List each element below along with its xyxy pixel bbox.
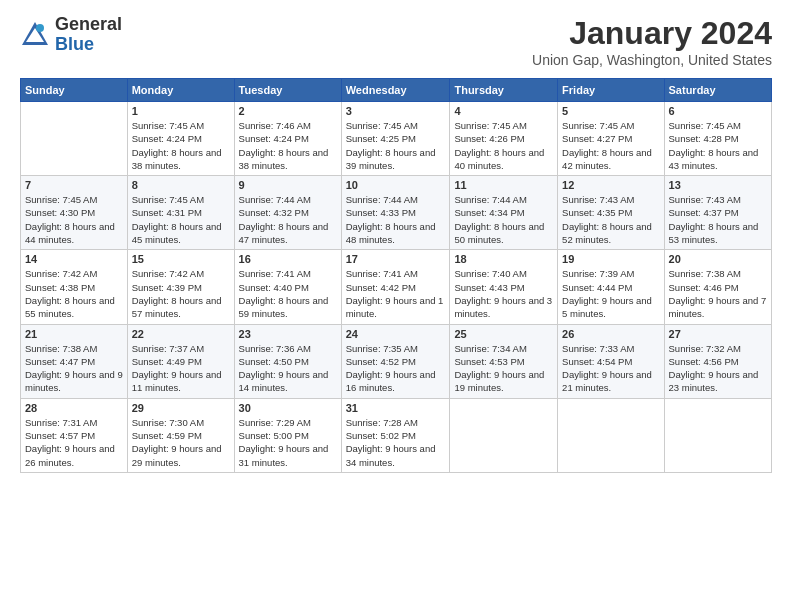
calendar-cell: 19Sunrise: 7:39 AMSunset: 4:44 PMDayligh… (558, 250, 664, 324)
logo-general: General (55, 15, 122, 35)
calendar-cell: 16Sunrise: 7:41 AMSunset: 4:40 PMDayligh… (234, 250, 341, 324)
logo-icon (20, 20, 50, 50)
day-number: 7 (25, 179, 123, 191)
calendar-cell: 12Sunrise: 7:43 AMSunset: 4:35 PMDayligh… (558, 176, 664, 250)
calendar-cell: 23Sunrise: 7:36 AMSunset: 4:50 PMDayligh… (234, 324, 341, 398)
calendar-cell: 5Sunrise: 7:45 AMSunset: 4:27 PMDaylight… (558, 102, 664, 176)
calendar-cell: 18Sunrise: 7:40 AMSunset: 4:43 PMDayligh… (450, 250, 558, 324)
calendar-cell: 20Sunrise: 7:38 AMSunset: 4:46 PMDayligh… (664, 250, 771, 324)
day-number: 27 (669, 328, 767, 340)
day-info: Sunrise: 7:38 AMSunset: 4:46 PMDaylight:… (669, 267, 767, 320)
calendar-week-4: 28Sunrise: 7:31 AMSunset: 4:57 PMDayligh… (21, 398, 772, 472)
calendar-cell (664, 398, 771, 472)
day-number: 1 (132, 105, 230, 117)
page: General Blue January 2024 Union Gap, Was… (0, 0, 792, 612)
day-info: Sunrise: 7:41 AMSunset: 4:42 PMDaylight:… (346, 267, 446, 320)
col-tuesday: Tuesday (234, 79, 341, 102)
day-info: Sunrise: 7:39 AMSunset: 4:44 PMDaylight:… (562, 267, 659, 320)
calendar-week-2: 14Sunrise: 7:42 AMSunset: 4:38 PMDayligh… (21, 250, 772, 324)
calendar-week-0: 1Sunrise: 7:45 AMSunset: 4:24 PMDaylight… (21, 102, 772, 176)
calendar-cell: 22Sunrise: 7:37 AMSunset: 4:49 PMDayligh… (127, 324, 234, 398)
day-info: Sunrise: 7:44 AMSunset: 4:33 PMDaylight:… (346, 193, 446, 246)
day-info: Sunrise: 7:33 AMSunset: 4:54 PMDaylight:… (562, 342, 659, 395)
day-number: 6 (669, 105, 767, 117)
month-title: January 2024 (532, 15, 772, 52)
title-area: January 2024 Union Gap, Washington, Unit… (532, 15, 772, 68)
header-row: Sunday Monday Tuesday Wednesday Thursday… (21, 79, 772, 102)
day-info: Sunrise: 7:38 AMSunset: 4:47 PMDaylight:… (25, 342, 123, 395)
svg-point-2 (36, 24, 44, 32)
calendar-cell: 7Sunrise: 7:45 AMSunset: 4:30 PMDaylight… (21, 176, 128, 250)
col-wednesday: Wednesday (341, 79, 450, 102)
day-info: Sunrise: 7:42 AMSunset: 4:38 PMDaylight:… (25, 267, 123, 320)
col-sunday: Sunday (21, 79, 128, 102)
calendar-cell: 21Sunrise: 7:38 AMSunset: 4:47 PMDayligh… (21, 324, 128, 398)
day-info: Sunrise: 7:36 AMSunset: 4:50 PMDaylight:… (239, 342, 337, 395)
day-number: 11 (454, 179, 553, 191)
day-info: Sunrise: 7:43 AMSunset: 4:37 PMDaylight:… (669, 193, 767, 246)
calendar-cell (21, 102, 128, 176)
calendar-week-3: 21Sunrise: 7:38 AMSunset: 4:47 PMDayligh… (21, 324, 772, 398)
day-info: Sunrise: 7:42 AMSunset: 4:39 PMDaylight:… (132, 267, 230, 320)
calendar-cell: 4Sunrise: 7:45 AMSunset: 4:26 PMDaylight… (450, 102, 558, 176)
day-info: Sunrise: 7:40 AMSunset: 4:43 PMDaylight:… (454, 267, 553, 320)
calendar-cell: 2Sunrise: 7:46 AMSunset: 4:24 PMDaylight… (234, 102, 341, 176)
calendar-cell: 24Sunrise: 7:35 AMSunset: 4:52 PMDayligh… (341, 324, 450, 398)
calendar-cell: 15Sunrise: 7:42 AMSunset: 4:39 PMDayligh… (127, 250, 234, 324)
day-number: 30 (239, 402, 337, 414)
day-number: 13 (669, 179, 767, 191)
calendar-table: Sunday Monday Tuesday Wednesday Thursday… (20, 78, 772, 473)
day-info: Sunrise: 7:46 AMSunset: 4:24 PMDaylight:… (239, 119, 337, 172)
day-info: Sunrise: 7:45 AMSunset: 4:28 PMDaylight:… (669, 119, 767, 172)
col-monday: Monday (127, 79, 234, 102)
day-number: 4 (454, 105, 553, 117)
day-info: Sunrise: 7:44 AMSunset: 4:32 PMDaylight:… (239, 193, 337, 246)
day-info: Sunrise: 7:35 AMSunset: 4:52 PMDaylight:… (346, 342, 446, 395)
calendar-cell: 9Sunrise: 7:44 AMSunset: 4:32 PMDaylight… (234, 176, 341, 250)
day-number: 23 (239, 328, 337, 340)
calendar-cell: 3Sunrise: 7:45 AMSunset: 4:25 PMDaylight… (341, 102, 450, 176)
day-info: Sunrise: 7:41 AMSunset: 4:40 PMDaylight:… (239, 267, 337, 320)
day-number: 19 (562, 253, 659, 265)
calendar-cell: 27Sunrise: 7:32 AMSunset: 4:56 PMDayligh… (664, 324, 771, 398)
calendar-week-1: 7Sunrise: 7:45 AMSunset: 4:30 PMDaylight… (21, 176, 772, 250)
day-info: Sunrise: 7:30 AMSunset: 4:59 PMDaylight:… (132, 416, 230, 469)
calendar-cell: 13Sunrise: 7:43 AMSunset: 4:37 PMDayligh… (664, 176, 771, 250)
calendar-cell: 28Sunrise: 7:31 AMSunset: 4:57 PMDayligh… (21, 398, 128, 472)
day-number: 24 (346, 328, 446, 340)
day-number: 15 (132, 253, 230, 265)
day-number: 3 (346, 105, 446, 117)
day-number: 28 (25, 402, 123, 414)
col-thursday: Thursday (450, 79, 558, 102)
day-number: 18 (454, 253, 553, 265)
calendar-body: 1Sunrise: 7:45 AMSunset: 4:24 PMDaylight… (21, 102, 772, 473)
logo-blue: Blue (55, 35, 122, 55)
day-number: 12 (562, 179, 659, 191)
calendar-cell (558, 398, 664, 472)
day-number: 20 (669, 253, 767, 265)
col-saturday: Saturday (664, 79, 771, 102)
day-info: Sunrise: 7:45 AMSunset: 4:30 PMDaylight:… (25, 193, 123, 246)
location: Union Gap, Washington, United States (532, 52, 772, 68)
calendar-cell (450, 398, 558, 472)
day-number: 14 (25, 253, 123, 265)
day-number: 16 (239, 253, 337, 265)
day-number: 21 (25, 328, 123, 340)
day-info: Sunrise: 7:28 AMSunset: 5:02 PMDaylight:… (346, 416, 446, 469)
calendar-cell: 11Sunrise: 7:44 AMSunset: 4:34 PMDayligh… (450, 176, 558, 250)
calendar-cell: 1Sunrise: 7:45 AMSunset: 4:24 PMDaylight… (127, 102, 234, 176)
day-info: Sunrise: 7:29 AMSunset: 5:00 PMDaylight:… (239, 416, 337, 469)
day-number: 2 (239, 105, 337, 117)
day-number: 29 (132, 402, 230, 414)
day-info: Sunrise: 7:43 AMSunset: 4:35 PMDaylight:… (562, 193, 659, 246)
day-number: 17 (346, 253, 446, 265)
day-number: 31 (346, 402, 446, 414)
day-number: 8 (132, 179, 230, 191)
calendar-cell: 14Sunrise: 7:42 AMSunset: 4:38 PMDayligh… (21, 250, 128, 324)
logo-text: General Blue (55, 15, 122, 55)
day-info: Sunrise: 7:44 AMSunset: 4:34 PMDaylight:… (454, 193, 553, 246)
day-info: Sunrise: 7:31 AMSunset: 4:57 PMDaylight:… (25, 416, 123, 469)
day-info: Sunrise: 7:45 AMSunset: 4:27 PMDaylight:… (562, 119, 659, 172)
calendar-cell: 8Sunrise: 7:45 AMSunset: 4:31 PMDaylight… (127, 176, 234, 250)
col-friday: Friday (558, 79, 664, 102)
